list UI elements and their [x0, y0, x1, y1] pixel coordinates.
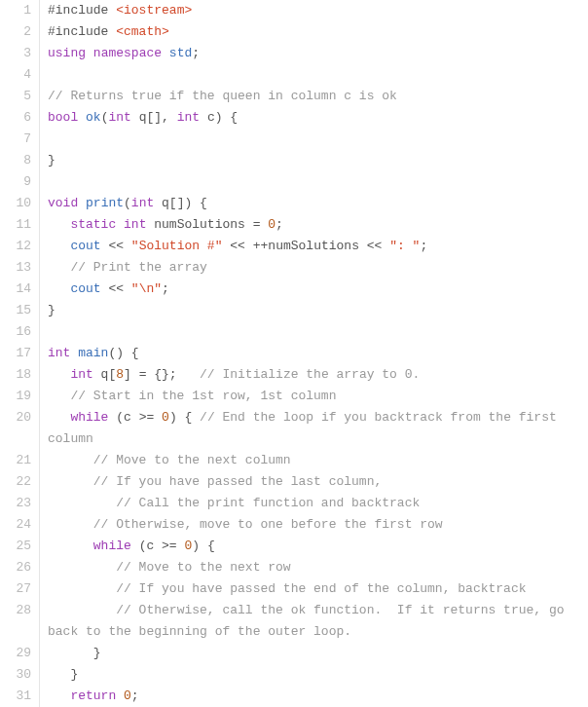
token: q[	[93, 367, 116, 382]
code-line: // Move to the next row	[48, 557, 588, 578]
token: <<	[108, 239, 124, 253]
token: >=	[162, 539, 177, 553]
token	[154, 410, 162, 425]
line-number: 24	[0, 514, 31, 536]
token: ;	[276, 217, 283, 232]
line-number: 2	[0, 21, 31, 43]
token: ;	[192, 46, 200, 60]
token: int	[131, 196, 154, 210]
token	[48, 389, 70, 403]
token: // If you have passed the last column,	[93, 474, 382, 489]
token: <cmath>	[116, 24, 169, 39]
token: // Otherwise, move to one before the fir…	[93, 517, 443, 532]
token	[48, 260, 70, 275]
line-number: 3	[0, 43, 31, 64]
token: q[]	[154, 196, 184, 210]
token: ;	[131, 688, 139, 703]
token	[116, 688, 124, 703]
code-line: // Otherwise, call the ok function. If i…	[48, 600, 588, 643]
token: ;	[162, 281, 169, 296]
token	[382, 239, 389, 253]
line-number: 30	[0, 664, 31, 686]
token	[78, 110, 86, 125]
token: int	[48, 346, 70, 360]
token: >=	[139, 410, 155, 425]
line-number: 18	[0, 364, 31, 386]
token	[48, 603, 116, 617]
code-line: // If you have passed the last column,	[48, 471, 588, 493]
line-number: 17	[0, 343, 31, 364]
token: ) {	[215, 110, 238, 125]
line-number: 8	[0, 150, 31, 171]
token: bool	[48, 110, 78, 125]
token: // Move to the next row	[116, 560, 290, 575]
token: main	[78, 346, 108, 360]
token	[48, 453, 93, 467]
line-number: 23	[0, 493, 31, 514]
token: #include	[48, 24, 116, 39]
token: }	[48, 646, 101, 660]
token: // Returns true if the queen in column c…	[48, 89, 397, 103]
code-line: // Start in the 1st row, 1st column	[48, 386, 588, 407]
token: (c	[108, 410, 138, 425]
token	[48, 581, 116, 596]
code-line: // Move to the next column	[48, 450, 588, 471]
token: while	[70, 410, 108, 425]
token: 8	[116, 367, 124, 382]
code-line	[48, 129, 588, 150]
token: <<	[367, 239, 383, 253]
token: "Solution #"	[131, 239, 223, 253]
token: () {	[108, 346, 138, 360]
token: ]	[124, 367, 139, 382]
token	[48, 367, 70, 382]
code-line	[48, 171, 588, 193]
code-line: bool ok(int q[], int c) {	[48, 107, 588, 129]
token: while	[93, 539, 131, 553]
token	[48, 496, 116, 510]
token: }	[48, 153, 55, 167]
code-line: void print(int q[]) {	[48, 193, 588, 214]
token: 0	[268, 217, 276, 232]
token	[124, 239, 131, 253]
token: // If you have passed the end of the col…	[116, 581, 526, 596]
code-line: }	[48, 664, 588, 686]
token: using	[48, 46, 86, 60]
code-line: cout << "Solution #" << ++numSolutions <…	[48, 236, 588, 257]
token	[48, 410, 70, 425]
token: namespace	[93, 46, 162, 60]
token: numSolutions	[146, 217, 252, 232]
line-number: 27	[0, 578, 31, 600]
token	[86, 46, 93, 60]
code-line: #include <cmath>	[48, 21, 588, 43]
token	[48, 560, 116, 575]
code-line: int q[8] = {}; // Initialize the array t…	[48, 364, 588, 386]
token: <<	[108, 281, 124, 296]
token: // Start in the 1st row, 1st column	[70, 389, 336, 403]
code-line: #include <iostream>	[48, 0, 588, 21]
line-number: 21	[0, 450, 31, 471]
token: int	[177, 110, 200, 125]
token: q[],	[131, 110, 177, 125]
line-number: 14	[0, 279, 31, 300]
code-line: }	[48, 150, 588, 171]
line-number: 15	[0, 300, 31, 321]
token: int	[124, 217, 146, 232]
code-line: while (c >= 0) { // End the loop if you …	[48, 407, 588, 450]
code-line: return 0;	[48, 686, 588, 707]
line-number: 22	[0, 471, 31, 493]
token: // Initialize the array to 0.	[200, 367, 420, 382]
token: {};	[146, 367, 200, 382]
line-number: 6	[0, 107, 31, 129]
code-line: int main() {	[48, 343, 588, 364]
token: ": "	[389, 239, 420, 253]
line-number: 13	[0, 257, 31, 279]
line-number: 10	[0, 193, 31, 214]
token	[48, 281, 70, 296]
line-number: 4	[0, 64, 31, 86]
token	[48, 539, 93, 553]
token	[245, 239, 253, 253]
code-line: // Call the print function and backtrack	[48, 493, 588, 514]
token: cout	[70, 281, 100, 296]
code-area[interactable]: #include <iostream>#include <cmath>using…	[40, 0, 588, 707]
token: (	[124, 196, 131, 210]
